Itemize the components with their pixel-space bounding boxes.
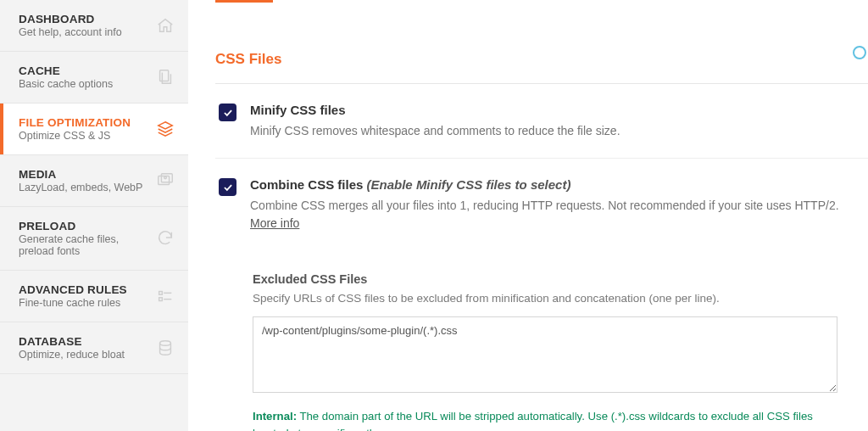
nav-title: PRELOAD <box>19 220 149 232</box>
nav-item-preload[interactable]: PRELOAD Generate cache files, preload fo… <box>0 207 188 271</box>
option-desc-text: Combine CSS merges all your files into 1… <box>250 199 839 212</box>
nav-item-media[interactable]: MEDIA LazyLoad, embeds, WebP <box>0 155 188 207</box>
nav-desc: Generate cache files, preload fonts <box>19 233 149 257</box>
layers-icon <box>156 120 175 138</box>
nav-title: DASHBOARD <box>19 13 122 25</box>
excluded-css-textarea[interactable] <box>253 316 837 393</box>
photos-icon <box>156 171 175 190</box>
nav-title: ADVANCED RULES <box>19 283 127 296</box>
nav-title: CACHE <box>19 64 113 77</box>
option-title: Minify CSS files <box>250 103 620 117</box>
svg-rect-5 <box>159 298 163 301</box>
nav-title: FILE OPTIMIZATION <box>19 116 131 129</box>
nav-title: DATABASE <box>19 335 125 348</box>
nav-desc: Basic cache options <box>19 78 113 90</box>
main-panel: CSS Files Minify CSS files Minify CSS re… <box>188 0 868 431</box>
app-root: DASHBOARD Get help, account info CACHE B… <box>0 0 868 431</box>
sliders-icon <box>156 287 175 305</box>
option-title-text: Combine CSS files <box>250 177 363 192</box>
active-tab-indicator <box>215 0 273 3</box>
excluded-css-block: Excluded CSS Files Specify URLs of CSS f… <box>215 272 868 431</box>
nav-item-advanced-rules[interactable]: ADVANCED RULES Fine-tune cache rules <box>0 271 188 322</box>
nav-desc: LazyLoad, embeds, WebP <box>19 182 142 193</box>
sidebar: DASHBOARD Get help, account info CACHE B… <box>0 0 188 431</box>
svg-rect-4 <box>159 292 163 295</box>
nav-item-cache[interactable]: CACHE Basic cache options <box>0 52 188 104</box>
option-combine-css: Combine CSS files (Enable Minify CSS fil… <box>215 159 868 250</box>
refresh-icon <box>156 229 175 248</box>
files-icon <box>156 68 175 87</box>
minify-css-checkbox[interactable] <box>219 104 236 121</box>
note-internal-label: Internal: <box>253 410 297 423</box>
more-info-link[interactable]: More info <box>250 216 299 230</box>
nav-desc: Fine-tune cache rules <box>19 297 127 309</box>
option-title-hint: (Enable Minify CSS files to select) <box>367 177 571 192</box>
section-title: CSS Files <box>215 51 868 68</box>
combine-css-checkbox[interactable] <box>219 178 236 196</box>
help-beacon-icon[interactable] <box>853 46 866 59</box>
nav-item-file-optimization[interactable]: FILE OPTIMIZATION Optimize CSS & JS <box>0 104 188 155</box>
nav-item-database[interactable]: DATABASE Optimize, reduce bloat <box>0 322 188 374</box>
house-icon <box>156 16 175 35</box>
note-internal-text: The domain part of the URL will be strip… <box>253 410 813 431</box>
nav-item-dashboard[interactable]: DASHBOARD Get help, account info <box>0 0 188 52</box>
nav-desc: Optimize CSS & JS <box>19 130 131 142</box>
excluded-note: Internal: The domain part of the URL wil… <box>253 408 844 431</box>
excluded-desc: Specify URLs of CSS files to be excluded… <box>253 292 844 305</box>
nav-desc: Optimize, reduce bloat <box>19 349 125 361</box>
nav-desc: Get help, account info <box>19 26 122 38</box>
option-desc: Minify CSS removes whitespace and commen… <box>250 122 620 139</box>
svg-point-6 <box>160 341 171 346</box>
option-desc: Combine CSS merges all your files into 1… <box>250 197 844 232</box>
nav-title: MEDIA <box>19 168 142 181</box>
option-minify-css: Minify CSS files Minify CSS removes whit… <box>215 84 868 159</box>
database-icon <box>156 339 175 357</box>
svg-rect-0 <box>160 70 169 81</box>
excluded-title: Excluded CSS Files <box>253 272 844 286</box>
svg-point-3 <box>164 176 167 179</box>
option-title: Combine CSS files (Enable Minify CSS fil… <box>250 177 844 192</box>
